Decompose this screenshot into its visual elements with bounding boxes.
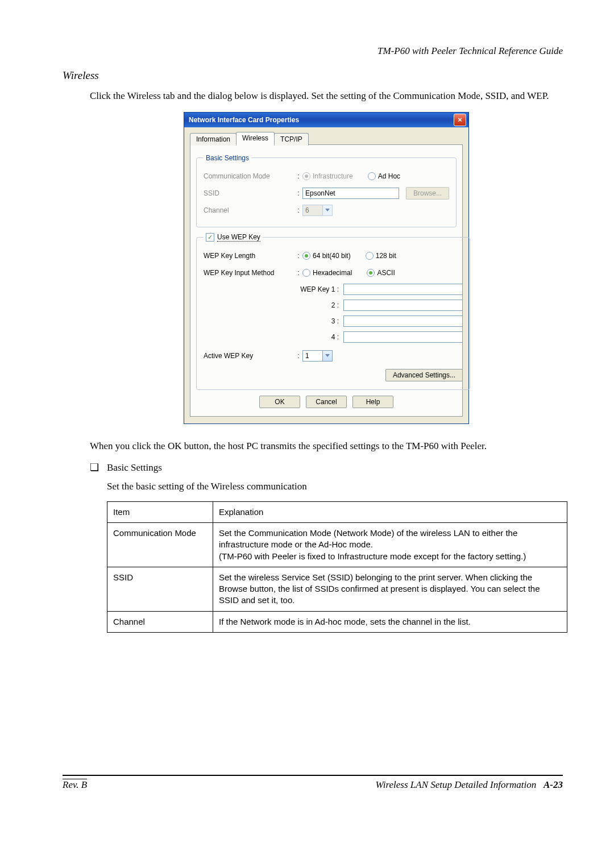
radio-hex[interactable]: Hexadecimal — [302, 269, 352, 277]
doc-guide-title: TM-P60 with Peeler Technical Reference G… — [63, 45, 563, 57]
table-cell-expl: Set the Communication Mode (Network Mode… — [213, 523, 567, 567]
wep-key1-label: WEP Key 1 : — [294, 285, 343, 293]
channel-select[interactable]: 6 — [302, 205, 333, 216]
help-button[interactable]: Help — [352, 396, 393, 408]
radio-dot-icon — [302, 172, 310, 180]
active-wep-value: 1 — [303, 352, 322, 360]
table-cell-item: Communication Mode — [107, 523, 213, 567]
wep-input-method-label: WEP Key Input Method — [204, 269, 294, 277]
colon: : — [294, 189, 302, 197]
checkbox-icon — [206, 233, 214, 242]
table-cell-expl: Set the wireless Service Set (SSID) belo… — [213, 567, 567, 611]
footer-revision: Rev. B — [63, 779, 87, 791]
table-row: Channel If the Network mode is in Ad-hoc… — [107, 611, 567, 632]
table-row: SSID Set the wireless Service Set (SSID)… — [107, 567, 567, 611]
colon: : — [294, 269, 302, 277]
channel-value: 6 — [303, 206, 322, 214]
basic-settings-legend: Basic Settings — [204, 154, 251, 162]
table-cell-item: SSID — [107, 567, 213, 611]
wep-key4-label: 4 : — [294, 333, 343, 341]
radio-64bit[interactable]: 64 bit(40 bit) — [302, 252, 351, 260]
radio-ascii[interactable]: ASCII — [367, 269, 395, 277]
browse-button[interactable]: Browse... — [406, 187, 449, 200]
colon: : — [294, 172, 302, 180]
wep-key2-label: 2 : — [294, 301, 343, 309]
table-row: Communication Mode Set the Communication… — [107, 523, 567, 567]
radio-adhoc[interactable]: Ad Hoc — [368, 172, 400, 180]
tab-tcpip[interactable]: TCP/IP — [274, 133, 309, 146]
radio-infrastructure-label: Infrastructure — [313, 172, 353, 180]
basic-settings-group: Basic Settings Communication Mode : Infr… — [196, 154, 457, 227]
tab-information[interactable]: Information — [190, 133, 237, 146]
basic-settings-table: Item Explanation Communication Mode Set … — [107, 501, 567, 633]
intro-paragraph: Click the Wireless tab and the dialog be… — [90, 90, 563, 103]
wep-key1-input[interactable] — [343, 284, 463, 295]
bullet-icon: ❏ — [90, 462, 99, 474]
radio-dot-icon — [368, 172, 376, 180]
table-header-explanation: Explanation — [213, 501, 567, 522]
ssid-input[interactable] — [302, 188, 399, 199]
basic-settings-bullet: Basic Settings — [107, 462, 162, 474]
dialog-titlebar: Network Interface Card Properties × — [184, 113, 468, 127]
ok-button[interactable]: OK — [259, 396, 300, 408]
table-cell-expl: If the Network mode is in Ad-hoc mode, s… — [213, 611, 567, 632]
after-dialog-paragraph: When you click the OK button, the host P… — [90, 440, 563, 453]
table-header-item: Item — [107, 501, 213, 522]
use-wep-label: Use WEP Key — [217, 233, 260, 242]
page-footer: Rev. B Wireless LAN Setup Detailed Infor… — [63, 775, 563, 791]
wep-key3-input[interactable] — [343, 315, 463, 327]
active-wep-select[interactable]: 1 — [302, 350, 333, 362]
radio-128bit-label: 128 bit — [376, 252, 396, 260]
radio-dot-icon — [302, 269, 310, 277]
chevron-down-icon — [322, 351, 332, 361]
basic-settings-subtext: Set the basic setting of the Wireless co… — [107, 480, 563, 493]
radio-infrastructure[interactable]: Infrastructure — [302, 172, 353, 180]
colon: : — [294, 252, 302, 260]
radio-hex-label: Hexadecimal — [313, 269, 352, 277]
wep-key4-input[interactable] — [343, 331, 463, 343]
radio-dot-icon — [366, 252, 374, 260]
colon: : — [294, 352, 302, 360]
radio-128bit[interactable]: 128 bit — [366, 252, 396, 260]
tab-panel-wireless: Basic Settings Communication Mode : Infr… — [190, 144, 463, 417]
tab-wireless[interactable]: Wireless — [236, 132, 275, 145]
radio-adhoc-label: Ad Hoc — [378, 172, 400, 180]
wep-group: Use WEP Key WEP Key Length : 64 bit(40 b… — [196, 233, 470, 390]
wep-key2-input[interactable] — [343, 300, 463, 311]
close-icon[interactable]: × — [454, 114, 466, 126]
wep-key3-label: 3 : — [294, 317, 343, 325]
radio-dot-icon — [302, 252, 310, 260]
footer-right: Wireless LAN Setup Detailed Information … — [376, 779, 563, 791]
advanced-settings-button[interactable]: Advanced Settings... — [385, 369, 463, 381]
radio-ascii-label: ASCII — [377, 269, 395, 277]
table-header-row: Item Explanation — [107, 501, 567, 522]
use-wep-checkbox[interactable]: Use WEP Key — [206, 233, 260, 242]
section-heading: Wireless — [63, 69, 563, 82]
table-cell-item: Channel — [107, 611, 213, 632]
radio-dot-icon — [367, 269, 375, 277]
tab-strip: Information Wireless TCP/IP — [190, 132, 463, 145]
dialog-title: Network Interface Card Properties — [189, 116, 299, 124]
channel-label: Channel — [204, 206, 294, 214]
colon: : — [294, 206, 302, 214]
footer-page-number: A-23 — [544, 779, 563, 790]
radio-64bit-label: 64 bit(40 bit) — [313, 252, 351, 260]
wep-length-label: WEP Key Length — [204, 252, 294, 260]
chevron-down-icon — [322, 205, 332, 215]
active-wep-label: Active WEP Key — [204, 352, 294, 360]
ssid-label: SSID — [204, 189, 294, 197]
footer-section-label: Wireless LAN Setup Detailed Information — [376, 779, 537, 790]
nic-properties-dialog: Network Interface Card Properties × Info… — [184, 112, 469, 424]
cancel-button[interactable]: Cancel — [306, 396, 347, 408]
comm-mode-label: Communication Mode — [204, 172, 294, 180]
